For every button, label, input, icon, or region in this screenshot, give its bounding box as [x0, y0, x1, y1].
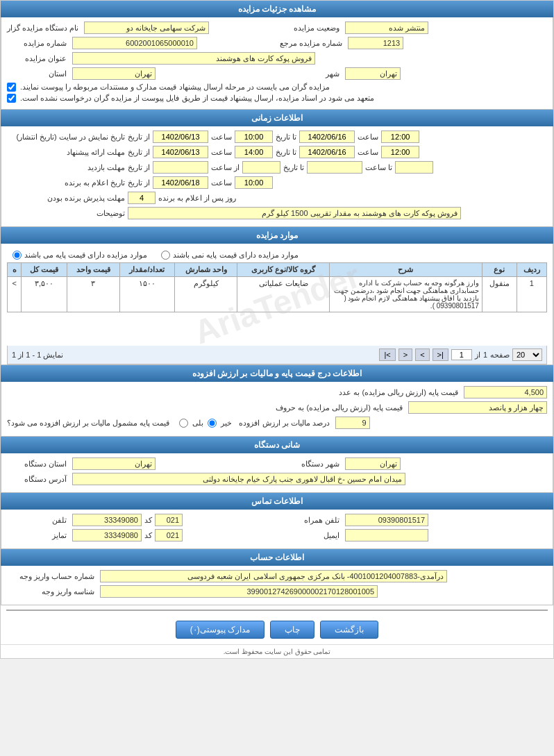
- checkbox1-text: مزایده گران می بایست در مرحله ارسال پیشن…: [20, 83, 330, 92]
- col-action: ه: [8, 263, 22, 277]
- winner-days-text: روز پس از اعلام به برنده: [158, 194, 236, 203]
- status-label: وضعیت مزایده: [280, 24, 342, 33]
- col-desc: شرح: [329, 263, 482, 277]
- winner-announce-label: تاریخ اعلام به برنده: [7, 178, 125, 187]
- from-text2: از تاریخ: [128, 148, 150, 157]
- fax-input[interactable]: [72, 529, 142, 541]
- radio-no-base[interactable]: موارد مزایده دارای قیمت پایه نمی باشند: [161, 251, 298, 260]
- col-qty: تعداد/مقدار: [120, 263, 175, 277]
- col-group: گروه کالا/نوع کاربری: [237, 263, 330, 277]
- account-input[interactable]: [100, 570, 447, 582]
- status-input[interactable]: [345, 22, 428, 34]
- from-date2-input[interactable]: [153, 146, 208, 158]
- auction-details-header: مشاهده جزئیات مزایده: [1, 1, 553, 17]
- offer-label: مهلت ارائه پیشنهاد: [7, 148, 125, 157]
- base-price-text-input[interactable]: [408, 401, 547, 414]
- to-time3-input[interactable]: [395, 161, 433, 174]
- tax-no-radio[interactable]: [208, 419, 217, 428]
- docs-button[interactable]: مدارک پیوستی(۰): [176, 621, 265, 639]
- display-date-label: تاریخ نمایش در سایت (تاریخ انتشار): [7, 133, 125, 142]
- from-time1-input[interactable]: [235, 131, 273, 143]
- page-input[interactable]: [451, 349, 472, 360]
- checkbox2-input[interactable]: [7, 94, 16, 103]
- dev-city-input[interactable]: [345, 457, 401, 470]
- per-page-select[interactable]: 20 50 100: [512, 348, 542, 361]
- from-date1-input[interactable]: [153, 131, 208, 143]
- dev-address-input[interactable]: [72, 473, 405, 485]
- cell-edit[interactable]: >: [8, 277, 22, 312]
- tax-yes-label: بلی: [192, 419, 203, 428]
- to-date2-input[interactable]: [299, 146, 355, 158]
- contact-info-header: اطلاعات تماس: [1, 493, 553, 510]
- base-price-text-label: قیمت پایه (ارزش ریالی مزایده) به حروف: [267, 403, 405, 412]
- to-date1-input[interactable]: [299, 131, 355, 143]
- fax-label: تمایز: [7, 531, 69, 540]
- from-time2-input[interactable]: [235, 146, 273, 158]
- from-text1: از تاریخ: [128, 133, 150, 142]
- from-time3-input[interactable]: [242, 161, 280, 174]
- to-time2-input[interactable]: [381, 146, 419, 158]
- tax-yes-radio[interactable]: [179, 419, 188, 428]
- base-price-input[interactable]: [464, 386, 547, 398]
- device-name-label: نام دستگاه مزایده گزار: [7, 24, 81, 33]
- visit-label: مهلت بازدید: [7, 163, 125, 172]
- auction-number-input[interactable]: [72, 37, 197, 49]
- tax-percent-label: درصد مالیات بر ارزش افزوده: [239, 419, 332, 428]
- dev-address-label: آدرس دستگاه: [7, 475, 69, 484]
- to-time1-input[interactable]: [381, 131, 419, 143]
- radio-no-base-label: موارد مزایده دارای قیمت پایه نمی باشند: [173, 251, 298, 260]
- ref-number-label: شماره مزایده مرجع: [280, 39, 345, 48]
- from-date4-input[interactable]: [153, 176, 208, 189]
- fax-code-input[interactable]: [155, 529, 183, 541]
- mobile-label: تلفن همراه: [280, 516, 342, 525]
- from-date3-input[interactable]: [153, 161, 208, 174]
- page-prev-btn[interactable]: <: [415, 348, 429, 361]
- fax-code-label: کد: [144, 531, 152, 540]
- to-text1: تا تاریخ: [276, 133, 296, 142]
- phone-code-input[interactable]: [155, 514, 183, 526]
- base-price-label: قیمت پایه (ارزش ریالی مزایده) به عدد: [322, 388, 461, 397]
- sheba-input[interactable]: [100, 585, 378, 598]
- phone-label: تلفن: [7, 516, 69, 525]
- winner-days-input[interactable]: [128, 192, 156, 204]
- dev-province-label: استان دستگاه: [7, 460, 69, 469]
- to-text2: تا تاریخ: [276, 148, 296, 157]
- page-last-btn[interactable]: |<: [379, 348, 395, 361]
- time-info-header: اطلاعات زمانی: [1, 110, 553, 126]
- cell-type: منقول: [482, 277, 517, 312]
- radio-has-base[interactable]: موارد مزایده دارای قیمت پایه می باشند: [12, 251, 147, 260]
- mobile-input[interactable]: [345, 514, 428, 526]
- total-pages: 1: [483, 351, 487, 359]
- footer-text: تمامی حقوق این سایت محفوظ است.: [1, 644, 553, 658]
- ref-number-input[interactable]: [348, 37, 403, 49]
- device-name-input[interactable]: [84, 22, 209, 34]
- dev-province-input[interactable]: [72, 457, 156, 470]
- checkbox1-input[interactable]: [7, 83, 16, 92]
- to-hour-text3: تا ساعت: [365, 163, 392, 172]
- page-next-btn[interactable]: >: [398, 348, 412, 361]
- to-hour-text1: ساعت: [358, 133, 378, 142]
- print-button[interactable]: چاپ: [270, 621, 314, 639]
- hour-text2: ساعت: [211, 148, 232, 157]
- tax-percent-input[interactable]: [335, 417, 370, 429]
- auction-items-header: موارد مزایده: [1, 227, 553, 244]
- tax-question-label: قیمت پایه مشمول مالیات بر ارزش افزوده می…: [7, 419, 172, 428]
- col-row: ردیف: [517, 263, 546, 277]
- base-price-header: اطلاعات درج قیمت پایه و مالیات بر ارزش ا…: [1, 365, 553, 382]
- title-input[interactable]: [72, 52, 315, 65]
- city-input[interactable]: [345, 67, 401, 80]
- hour-from-text3: از ساعت: [211, 163, 240, 172]
- to-date3-input[interactable]: [307, 161, 362, 174]
- sheba-label: شناسه واریز وجه: [7, 587, 97, 596]
- province-input[interactable]: [72, 67, 156, 80]
- hour-text1: ساعت: [211, 133, 232, 142]
- page-label: صفحه: [490, 351, 510, 360]
- showing-text: نمایش 1 - 1 از 1: [12, 351, 63, 360]
- from-time4-input[interactable]: [235, 176, 273, 189]
- desc-input[interactable]: [128, 207, 461, 219]
- phone-input[interactable]: [72, 514, 142, 526]
- back-button[interactable]: بازگشت: [320, 621, 378, 639]
- page-first-btn[interactable]: >|: [433, 348, 448, 361]
- email-input[interactable]: [345, 529, 428, 541]
- dev-city-label: شهر دستگاه: [280, 460, 342, 469]
